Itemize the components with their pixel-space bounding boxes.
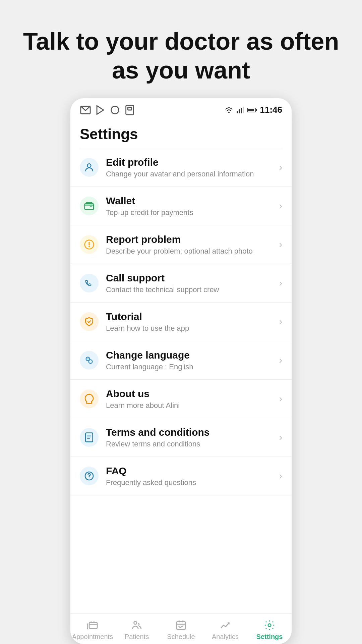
nav-item-appointments[interactable]: Appointments — [70, 620, 115, 641]
about-us-chevron: › — [279, 393, 282, 404]
svg-rect-11 — [256, 109, 257, 111]
analytics-icon — [220, 620, 231, 631]
wallet-chevron: › — [279, 201, 282, 211]
faq-title: FAQ — [106, 465, 276, 477]
call-support-subtitle: Contact the technical support crew — [106, 285, 276, 294]
terms-title: Terms and conditions — [106, 426, 276, 438]
svg-marker-1 — [97, 106, 104, 114]
terms-text: Terms and conditions Review terms and co… — [106, 426, 276, 448]
battery-icon — [247, 107, 257, 113]
nav-item-schedule[interactable]: Schedule — [159, 620, 203, 641]
nav-item-settings[interactable]: Settings — [247, 620, 292, 641]
terms-subtitle: Review terms and conditions — [106, 440, 276, 448]
svg-rect-7 — [239, 109, 240, 113]
faq-chevron: › — [279, 471, 282, 481]
change-language-text: Change language Current language : Engli… — [106, 349, 276, 371]
settings-list: Edit profile Change your avatar and pers… — [70, 148, 292, 613]
tutorial-title: Tutorial — [106, 311, 276, 323]
svg-point-23 — [134, 622, 137, 625]
edit-profile-icon — [80, 158, 99, 177]
about-us-text: About us Learn more about Alini — [106, 388, 276, 410]
svg-point-17 — [88, 246, 90, 247]
page-title: Settings — [70, 119, 292, 148]
settings-item-faq[interactable]: FAQ Frequently asked questions › — [70, 457, 292, 495]
play-icon — [95, 104, 106, 116]
bottom-nav: Appointments Patients Schedule — [70, 613, 292, 644]
wallet-subtitle: Top-up credit for payments — [106, 208, 276, 217]
svg-rect-20 — [85, 433, 93, 442]
settings-item-change-language[interactable]: Change language Current language : Engli… — [70, 341, 292, 380]
svg-point-25 — [268, 624, 271, 627]
settings-item-wallet[interactable]: Wallet Top-up credit for payments › — [70, 187, 292, 225]
appointments-label: Appointments — [72, 633, 113, 641]
nav-item-analytics[interactable]: Analytics — [203, 620, 247, 641]
change-language-chevron: › — [279, 355, 282, 366]
about-us-title: About us — [106, 388, 276, 400]
settings-item-report-problem[interactable]: Report problem Describe your problem; op… — [70, 225, 292, 264]
svg-point-19 — [89, 360, 93, 363]
report-problem-text: Report problem Describe your problem; op… — [106, 233, 276, 256]
svg-rect-6 — [237, 111, 238, 113]
settings-item-call-support[interactable]: Call support Contact the technical suppo… — [70, 264, 292, 303]
edit-profile-subtitle: Change your avatar and personal informat… — [106, 170, 276, 178]
circle-icon — [109, 104, 121, 116]
appointments-icon — [87, 620, 98, 631]
svg-point-13 — [87, 164, 91, 167]
sim-icon — [124, 104, 135, 116]
patients-label: Patients — [125, 633, 149, 641]
change-language-subtitle: Current language : English — [106, 363, 276, 371]
status-icons-left — [80, 104, 135, 116]
svg-rect-4 — [128, 107, 131, 110]
svg-rect-14 — [85, 204, 94, 209]
edit-profile-title: Edit profile — [106, 156, 276, 168]
faq-icon — [80, 467, 99, 485]
nav-item-patients[interactable]: Patients — [115, 620, 159, 641]
tutorial-text: Tutorial Learn how to use the app — [106, 311, 276, 333]
tutorial-subtitle: Learn how to use the app — [106, 324, 276, 333]
svg-point-5 — [228, 112, 230, 113]
report-problem-chevron: › — [279, 239, 282, 250]
settings-nav-icon — [264, 620, 275, 631]
settings-item-terms[interactable]: Terms and conditions Review terms and co… — [70, 418, 292, 457]
svg-point-22 — [89, 477, 90, 478]
change-language-title: Change language — [106, 349, 276, 361]
terms-chevron: › — [279, 432, 282, 443]
schedule-icon — [175, 620, 187, 631]
call-support-title: Call support — [106, 272, 276, 284]
wallet-title: Wallet — [106, 195, 276, 207]
analytics-label: Analytics — [212, 633, 239, 641]
about-us-icon — [80, 389, 99, 408]
call-support-text: Call support Contact the technical suppo… — [106, 272, 276, 294]
settings-item-about-us[interactable]: About us Learn more about Alini › — [70, 380, 292, 418]
tutorial-icon — [80, 312, 99, 331]
wallet-text: Wallet Top-up credit for payments — [106, 195, 276, 217]
tutorial-chevron: › — [279, 316, 282, 327]
settings-item-edit-profile[interactable]: Edit profile Change your avatar and pers… — [70, 148, 292, 187]
call-support-chevron: › — [279, 278, 282, 288]
about-us-subtitle: Learn more about Alini — [106, 401, 276, 410]
edit-profile-chevron: › — [279, 162, 282, 173]
svg-point-2 — [111, 106, 119, 114]
status-bar: 11:46 — [70, 98, 292, 119]
mail-icon — [80, 104, 91, 116]
svg-rect-9 — [243, 107, 244, 113]
edit-profile-text: Edit profile Change your avatar and pers… — [106, 156, 276, 178]
svg-point-15 — [90, 206, 92, 207]
faq-subtitle: Frequently asked questions — [106, 478, 276, 487]
schedule-label: Schedule — [167, 633, 195, 641]
patients-icon — [131, 620, 142, 631]
terms-icon — [80, 428, 99, 447]
svg-rect-12 — [248, 109, 254, 111]
settings-item-tutorial[interactable]: Tutorial Learn how to use the app › — [70, 303, 292, 341]
wifi-icon — [224, 106, 234, 114]
faq-text: FAQ Frequently asked questions — [106, 465, 276, 487]
report-problem-subtitle: Describe your problem; optional attach p… — [106, 247, 276, 256]
report-problem-icon — [80, 235, 99, 254]
change-language-icon — [80, 351, 99, 370]
wallet-icon — [80, 197, 99, 215]
call-support-icon — [80, 274, 99, 292]
status-icons-right: 11:46 — [224, 105, 283, 115]
hero-title: Talk to your doctor as often as you want — [0, 0, 362, 98]
phone-frame: 11:46 Settings Edit profile Change your … — [70, 98, 292, 644]
report-problem-title: Report problem — [106, 233, 276, 246]
